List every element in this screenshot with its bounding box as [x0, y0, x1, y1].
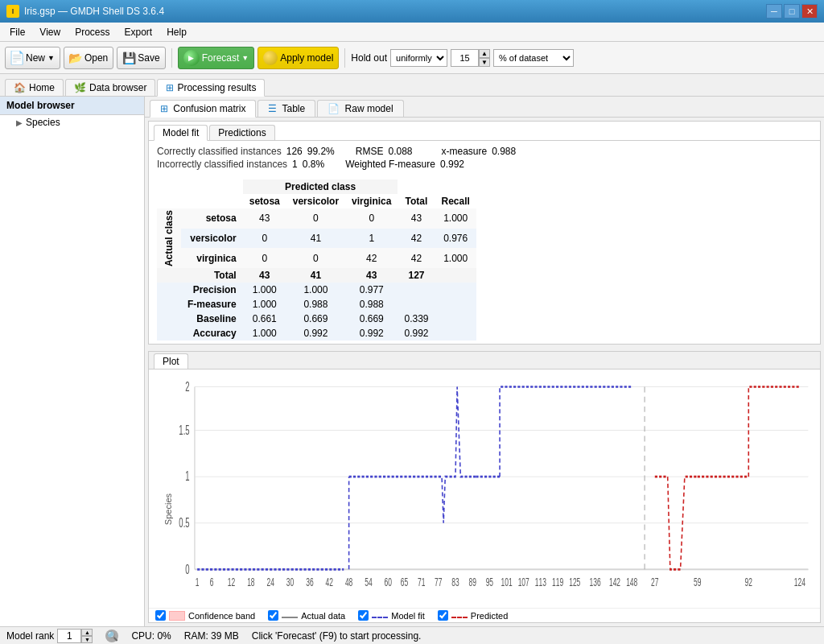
save-button[interactable]: 💾 Save: [117, 47, 165, 69]
status-message: Click 'Forecast' (F9) to start processin…: [252, 630, 422, 642]
sub-tab-confusion-matrix[interactable]: ⊞ Confusion matrix: [150, 100, 256, 118]
sub-tab-confusion-label: Confusion matrix: [173, 103, 245, 114]
total-setosa: 43: [243, 268, 286, 283]
svg-text:136: 136: [590, 576, 601, 588]
precision-row: Precision 1.000 1.000 0.977: [157, 283, 476, 297]
accuracy-virginica: 0.992: [345, 326, 398, 341]
holdout-unit-select[interactable]: % of dataset rows: [493, 49, 574, 67]
svg-text:83: 83: [451, 576, 459, 588]
col-versicolor: versicolor: [286, 194, 345, 208]
chart-tab-plot[interactable]: Plot: [154, 353, 188, 369]
tab-home-label: Home: [29, 82, 55, 93]
chart-area: Plot 0 0.5 1 1.5: [148, 351, 821, 623]
open-icon: 📂: [69, 52, 82, 64]
row-setosa-recall: 1.000: [435, 208, 476, 229]
table-row: virginica 0 0 42 42 1.000: [157, 248, 476, 268]
svg-text:1: 1: [185, 469, 189, 484]
ram-status: RAM: 39 MB: [184, 630, 239, 642]
svg-text:1.5: 1.5: [179, 423, 189, 437]
svg-text:65: 65: [401, 576, 408, 588]
model-rank-input[interactable]: [57, 629, 81, 643]
apply-label: Apply model: [280, 52, 333, 64]
holdout-decrement-arrow[interactable]: ▼: [479, 58, 490, 67]
accuracy-versicolor: 0.992: [286, 326, 345, 341]
holdout-increment-arrow[interactable]: ▲: [479, 49, 490, 58]
close-button[interactable]: ✕: [801, 4, 818, 19]
legend-confidence-checkbox[interactable]: [155, 610, 166, 621]
col-recall: Recall: [435, 194, 476, 208]
row-virginica-virginica: 42: [345, 248, 398, 268]
inner-tab-model-fit[interactable]: Model fit: [154, 125, 208, 141]
cpu-status: CPU: 0%: [131, 630, 171, 642]
open-button[interactable]: 📂 Open: [64, 47, 113, 69]
status-bar: Model rank ▲ ▼ 🔍 CPU: 0% RAM: 39 MB Clic…: [0, 626, 824, 644]
forecast-label: Forecast: [202, 52, 240, 64]
forecast-button[interactable]: ▶ Forecast ▼: [178, 47, 255, 69]
baseline-versicolor: 0.669: [286, 312, 345, 326]
forecast-dropdown-arrow[interactable]: ▼: [241, 54, 249, 62]
new-button[interactable]: 📄 New ▼: [5, 47, 60, 69]
fmeasure-label: F-measure: [181, 297, 243, 312]
rmse-value: 0.088: [388, 146, 412, 157]
totals-row: Total 43 41 43 127: [157, 268, 476, 283]
menu-file[interactable]: File: [3, 25, 31, 39]
sub-tab-table-label: Table: [282, 103, 306, 114]
svg-text:24: 24: [266, 576, 274, 588]
incorrectly-pct: 0.8%: [303, 159, 324, 170]
svg-text:1: 1: [196, 576, 200, 588]
maximize-button[interactable]: □: [784, 4, 800, 19]
legend-modelfit-checkbox[interactable]: [358, 610, 369, 621]
sub-tab-table[interactable]: ☰ Table: [258, 100, 315, 117]
rmse-label: RMSE: [356, 146, 384, 157]
sidebar-item-species-label: Species: [26, 117, 60, 128]
menu-view[interactable]: View: [33, 25, 67, 39]
accuracy-total: 0.992: [398, 326, 435, 341]
tab-processing-results[interactable]: ⊞ Processing results: [157, 79, 265, 97]
inner-tab-predictions[interactable]: Predictions: [209, 125, 274, 140]
legend-actual-checkbox[interactable]: [268, 610, 278, 621]
confusion-table: Predicted class setosa versicolor virgin…: [157, 180, 476, 341]
total-virginica: 43: [345, 268, 398, 283]
menu-bar: File View Process Export Help: [0, 23, 824, 42]
new-dropdown-arrow[interactable]: ▼: [47, 54, 55, 62]
magnify-icon[interactable]: 🔍: [105, 630, 118, 642]
rank-increment-arrow[interactable]: ▲: [81, 629, 93, 636]
sub-tab-strip: ⊞ Confusion matrix ☰ Table 📄 Raw model: [145, 97, 824, 118]
svg-text:95: 95: [486, 576, 493, 588]
menu-export[interactable]: Export: [118, 25, 159, 39]
processing-results-icon: ⊞: [166, 82, 174, 93]
confusion-matrix-area: Predicted class setosa versicolor virgin…: [149, 176, 820, 344]
tab-data-browser[interactable]: 🌿 Data browser: [65, 79, 155, 96]
svg-text:59: 59: [694, 576, 701, 588]
row-virginica-setosa: 0: [243, 248, 286, 268]
apply-model-button[interactable]: Apply model: [258, 47, 339, 69]
sub-tab-raw-model[interactable]: 📄 Raw model: [317, 100, 403, 117]
svg-text:27: 27: [651, 576, 658, 588]
holdout-number-input[interactable]: [451, 49, 479, 67]
svg-text:42: 42: [326, 576, 333, 588]
baseline-label: Baseline: [181, 312, 243, 326]
legend-predicted-checkbox[interactable]: [438, 610, 448, 621]
rank-decrement-arrow[interactable]: ▼: [81, 636, 93, 643]
holdout-select[interactable]: uniformly last rows first rows: [390, 49, 447, 67]
minimize-button[interactable]: ─: [766, 4, 782, 19]
new-label: New: [26, 52, 45, 64]
svg-text:107: 107: [518, 576, 529, 588]
sidebar-item-species[interactable]: ▶ Species: [0, 115, 144, 130]
row-setosa-total: 43: [398, 208, 435, 229]
legend-confidence-label: Confidence band: [188, 611, 255, 621]
predicted-class-header: Predicted class: [243, 180, 398, 194]
chart-tab-strip: Plot: [149, 352, 820, 369]
menu-process[interactable]: Process: [68, 25, 116, 39]
predicted-swatch: [451, 617, 468, 618]
col-total: Total: [398, 194, 435, 208]
baseline-row: Baseline 0.661 0.669 0.669 0.339: [157, 312, 476, 326]
svg-text:18: 18: [247, 576, 254, 588]
tab-home[interactable]: 🏠 Home: [5, 79, 64, 96]
svg-text:92: 92: [745, 576, 752, 588]
legend-model-fit: Model fit: [358, 610, 425, 621]
total-row-label: Total: [181, 268, 243, 283]
actual-class-label: Actual class: [157, 208, 181, 268]
svg-text:48: 48: [345, 576, 352, 588]
menu-help[interactable]: Help: [160, 25, 193, 39]
